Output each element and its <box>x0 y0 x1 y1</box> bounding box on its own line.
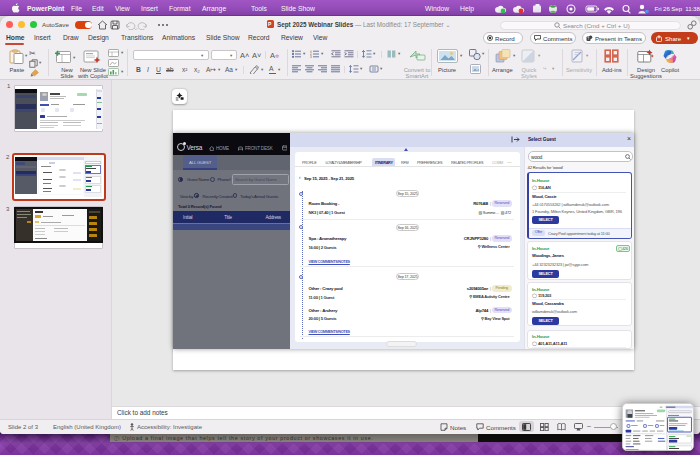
svg-text:3: 3 <box>310 55 312 58</box>
